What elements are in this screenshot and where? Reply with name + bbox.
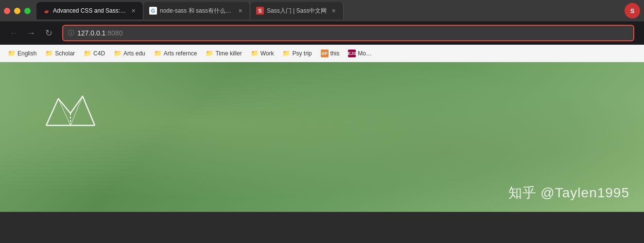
watermark: 知乎 @Taylen1995 xyxy=(494,174,644,212)
folder-icon: 📁 xyxy=(154,50,162,57)
bookmark-time-killer-label: Time killer xyxy=(215,50,242,57)
address-bar-wrapper: ⓘ 127.0.0.1:8080 xyxy=(62,25,634,41)
nav-bar: ← → ↻ ⓘ 127.0.0.1:8080 xyxy=(0,21,644,45)
bookmark-psy-trip[interactable]: 📁 Psy trip xyxy=(278,48,315,58)
bookmark-psy-trip-label: Psy trip xyxy=(292,50,312,57)
minimize-button[interactable] xyxy=(14,8,20,14)
tab-1[interactable]: 𝓊 Advanced CSS and Sass: Flex… ✕ xyxy=(36,2,143,19)
info-icon: ⓘ xyxy=(68,29,74,37)
maximize-button[interactable] xyxy=(24,8,31,14)
main-content: 知乎 @Taylen1995 xyxy=(0,62,644,212)
ejs-icon: EJS xyxy=(348,50,356,57)
folder-icon: 📁 xyxy=(8,50,16,57)
reload-button[interactable]: ↻ xyxy=(41,25,56,41)
title-bar: 𝓊 Advanced CSS and Sass: Flex… ✕ G node-… xyxy=(0,0,644,21)
bookmark-mo[interactable]: EJS Mo… xyxy=(344,48,376,59)
window-controls xyxy=(4,8,31,14)
profile-avatar[interactable]: S xyxy=(625,3,640,18)
folder-icon: 📁 xyxy=(114,50,122,57)
folder-icon: 📁 xyxy=(45,50,53,57)
bookmark-this[interactable]: DP this xyxy=(317,48,344,59)
back-button[interactable]: ← xyxy=(6,25,21,41)
tab-3-icon: S xyxy=(256,7,264,15)
bookmark-this-label: this xyxy=(331,50,340,57)
tab-2-close[interactable]: ✕ xyxy=(236,7,244,15)
folder-icon: 📁 xyxy=(282,50,290,57)
bookmark-arts-ref[interactable]: 📁 Arts refernce xyxy=(150,48,201,58)
bookmark-work-label: Work xyxy=(261,50,274,57)
bookmark-work[interactable]: 📁 Work xyxy=(247,48,278,58)
page-logo xyxy=(39,87,102,135)
close-button[interactable] xyxy=(4,8,10,14)
dp-icon: DP xyxy=(321,50,329,57)
bookmarks-bar: 📁 English 📁 Scholar 📁 C4D 📁 Arts edu 📁 A… xyxy=(0,45,644,62)
bookmark-c4d-label: C4D xyxy=(93,50,105,57)
bookmark-english-label: English xyxy=(17,50,36,57)
tab-3[interactable]: S Sass入门 | Sass中文网 ✕ xyxy=(250,2,344,19)
address-ip: 127.0.0.1 xyxy=(77,29,105,37)
address-bar[interactable]: ⓘ 127.0.0.1:8080 xyxy=(62,25,634,41)
tab-1-close[interactable]: ✕ xyxy=(129,7,137,15)
address-port: :8080 xyxy=(105,29,122,37)
tab-1-icon: 𝓊 xyxy=(42,7,50,15)
folder-icon: 📁 xyxy=(206,50,213,57)
bookmark-arts-edu-label: Arts edu xyxy=(123,50,145,57)
tab-1-label: Advanced CSS and Sass: Flex… xyxy=(53,7,126,14)
tabs-container: 𝓊 Advanced CSS and Sass: Flex… ✕ G node-… xyxy=(36,2,621,19)
tab-2-icon: G xyxy=(149,7,157,15)
bookmark-scholar-label: Scholar xyxy=(55,50,75,57)
svg-line-2 xyxy=(58,99,70,125)
bookmark-english[interactable]: 📁 English xyxy=(4,48,40,58)
address-text: 127.0.0.1:8080 xyxy=(77,29,628,37)
tab-2[interactable]: G node-sass 和 sass有什么区别 ✕ xyxy=(143,2,250,19)
folder-icon: 📁 xyxy=(84,50,91,57)
folder-icon: 📁 xyxy=(251,50,259,57)
bookmark-mo-label: Mo… xyxy=(358,50,372,57)
bookmark-time-killer[interactable]: 📁 Time killer xyxy=(202,48,245,58)
bookmark-scholar[interactable]: 📁 Scholar xyxy=(41,48,79,58)
tab-3-close[interactable]: ✕ xyxy=(330,7,337,15)
forward-button[interactable]: → xyxy=(23,25,39,41)
bookmark-c4d[interactable]: 📁 C4D xyxy=(80,48,109,58)
bookmark-arts-edu[interactable]: 📁 Arts edu xyxy=(110,48,149,58)
bookmark-arts-ref-label: Arts refernce xyxy=(164,50,197,57)
tab-3-label: Sass入门 | Sass中文网 xyxy=(267,7,327,15)
tab-2-label: node-sass 和 sass有什么区别 xyxy=(160,7,233,15)
